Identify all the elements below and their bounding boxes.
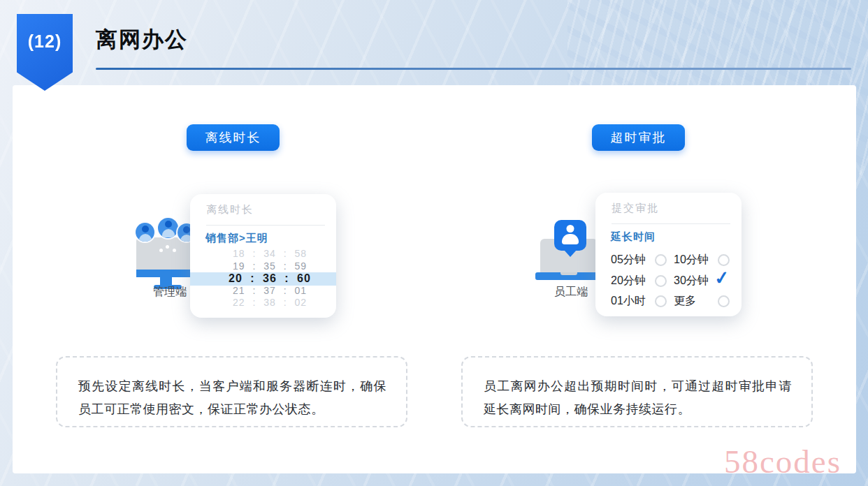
- user-bubble-icon: [554, 220, 586, 251]
- watermark-text: 58codes: [724, 443, 841, 480]
- timeout-approval-popup: 提交审批 延长时间 05分钟 10分钟 20分钟 30分钟 ✓ 01小时 更多: [595, 193, 742, 316]
- option-label: 30分钟: [674, 274, 709, 288]
- user-head-icon: [567, 225, 574, 233]
- user-avatar-icon: [158, 218, 178, 238]
- slide-number-text: (12): [17, 31, 73, 52]
- employee-laptop-illustration: [535, 218, 602, 288]
- radio-unchecked-icon[interactable]: [718, 295, 730, 307]
- extend-time-label: 延长时间: [611, 230, 656, 244]
- option-label: 20分钟: [611, 274, 646, 288]
- option-05min[interactable]: 05分钟: [611, 253, 667, 266]
- page-title: 离网办公: [96, 25, 188, 54]
- time-row[interactable]: 22 : 38 : 02: [214, 297, 326, 309]
- radio-unchecked-icon[interactable]: [718, 254, 730, 266]
- title-underline: [96, 68, 851, 70]
- option-30min-selected[interactable]: 30分钟 ✓: [674, 274, 730, 287]
- option-10min[interactable]: 10分钟: [674, 253, 730, 266]
- employee-path-label: 销售部>王明: [205, 232, 268, 245]
- laptop-hinge-notch: [560, 272, 577, 275]
- offline-duration-button[interactable]: 离线时长: [187, 124, 280, 151]
- check-icon[interactable]: ✓: [714, 272, 730, 284]
- divider: [206, 225, 325, 226]
- popup-title: 离线时长: [206, 203, 254, 216]
- user-body-icon: [562, 234, 579, 244]
- option-20min[interactable]: 20分钟: [611, 274, 667, 287]
- approval-description-text: 员工离网办公超出预期时间时，可通过超时审批申请延长离网时间，确保业务持续运行。: [463, 358, 811, 421]
- monitor-bottom-bar: [136, 270, 195, 277]
- divider: [612, 223, 730, 224]
- monitor-stand: [160, 277, 172, 285]
- approval-description-box: 员工离网办公超出预期时间时，可通过超时审批申请延长离网时间，确保业务持续运行。: [461, 356, 813, 427]
- popup-title: 提交审批: [612, 202, 659, 215]
- option-label: 10分钟: [674, 253, 709, 267]
- time-row[interactable]: 21 : 37 : 01: [214, 285, 326, 297]
- slide: (12) 离网办公 离线时长 超时审批 管理端 离线时长 销售部>王明 18 :…: [0, 0, 868, 486]
- option-label: 05分钟: [611, 253, 646, 267]
- slide-number-badge: (12): [17, 14, 73, 91]
- option-01hour[interactable]: 01小时: [611, 295, 667, 307]
- timeout-approval-button[interactable]: 超时审批: [592, 124, 685, 151]
- time-wheel-picker: 18 : 34 : 58 19 : 35 : 59 20 : 36 : 60 2…: [214, 248, 326, 309]
- option-label: 01小时: [611, 294, 646, 309]
- time-row-selected[interactable]: 20 : 36 : 60: [214, 272, 326, 285]
- screen-dot: [173, 249, 176, 252]
- offline-duration-popup: 离线时长 销售部>王明 18 : 34 : 58 19 : 35 : 59 20…: [190, 194, 336, 318]
- offline-description-box: 预先设定离线时长，当客户端和服务器断连时，确保员工可正常使用密文，保证正常办公状…: [56, 356, 407, 427]
- screen-dot: [166, 245, 169, 249]
- monitor-screen: [136, 237, 195, 270]
- time-row[interactable]: 19 : 35 : 59: [214, 260, 326, 273]
- option-label: 更多: [674, 294, 696, 309]
- user-avatar-icon: [136, 223, 154, 242]
- radio-unchecked-icon[interactable]: [655, 254, 667, 266]
- option-more[interactable]: 更多: [674, 295, 730, 307]
- offline-description-text: 预先设定离线时长，当客户端和服务器断连时，确保员工可正常使用密文，保证正常办公状…: [57, 358, 406, 421]
- radio-unchecked-icon[interactable]: [655, 275, 667, 287]
- time-row[interactable]: 18 : 34 : 58: [214, 248, 326, 260]
- screen-dot: [159, 249, 163, 252]
- radio-unchecked-icon[interactable]: [655, 295, 667, 307]
